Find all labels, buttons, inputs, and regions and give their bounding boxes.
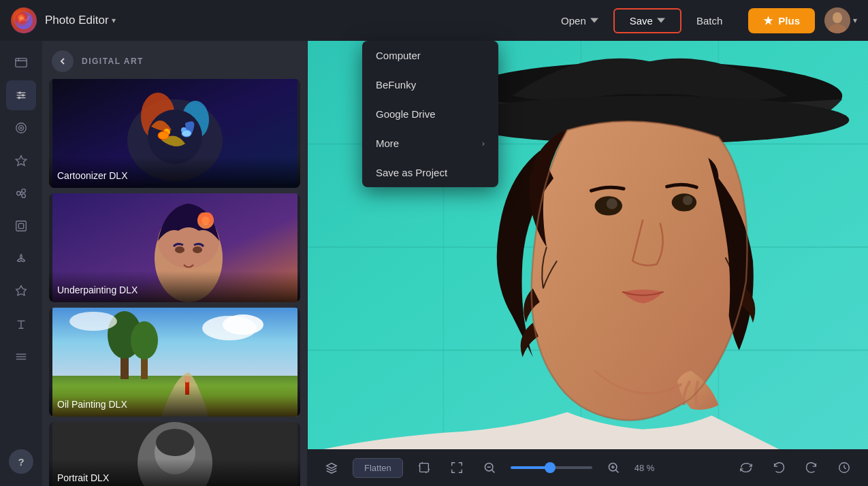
reset-zoom-button[interactable] bbox=[735, 456, 758, 479]
plus-upgrade-button[interactable]: ★ Plus bbox=[748, 8, 815, 33]
svg-marker-15 bbox=[16, 156, 26, 166]
sidebar-item-favorites[interactable] bbox=[6, 146, 36, 176]
effect-card-oil-painting[interactable]: Oil Painting DLX bbox=[49, 308, 300, 417]
effect-card-underpainting[interactable]: Underpainting DLX bbox=[49, 193, 300, 302]
svg-point-51 bbox=[131, 321, 158, 359]
effect-label-underpainting: Underpainting DLX bbox=[49, 271, 300, 302]
save-more-label: More bbox=[376, 137, 399, 149]
sidebar-item-adjustments[interactable] bbox=[6, 80, 36, 110]
effect-label-oil-painting: Oil Painting DLX bbox=[49, 385, 300, 417]
zoom-slider[interactable] bbox=[511, 466, 592, 469]
undo-button[interactable] bbox=[767, 456, 790, 479]
save-computer-label: Computer bbox=[376, 50, 421, 61]
history-button[interactable] bbox=[833, 456, 856, 479]
svg-rect-5 bbox=[16, 59, 27, 67]
svg-line-19 bbox=[20, 191, 22, 193]
svg-point-44 bbox=[175, 246, 184, 253]
svg-point-11 bbox=[18, 97, 20, 99]
svg-point-37 bbox=[158, 131, 169, 140]
icon-sidebar: ? bbox=[0, 41, 42, 486]
user-avatar[interactable] bbox=[824, 7, 850, 33]
avatar-chevron-icon[interactable]: ▾ bbox=[853, 16, 857, 25]
save-more-item[interactable]: More › bbox=[362, 129, 498, 158]
batch-label: Batch bbox=[696, 15, 722, 27]
svg-point-56 bbox=[69, 312, 117, 331]
save-as-project-item[interactable]: Save as Project bbox=[362, 158, 498, 187]
svg-point-53 bbox=[184, 376, 191, 383]
zoom-out-button[interactable] bbox=[478, 456, 501, 479]
save-more-chevron-icon: › bbox=[482, 138, 485, 148]
svg-rect-22 bbox=[18, 223, 23, 228]
plus-star-icon: ★ bbox=[763, 14, 773, 27]
svg-point-10 bbox=[22, 94, 25, 97]
plus-label: Plus bbox=[778, 15, 800, 27]
svg-rect-75 bbox=[419, 464, 428, 472]
save-computer-item[interactable]: Computer bbox=[362, 41, 498, 70]
fullscreen-button[interactable] bbox=[445, 456, 468, 479]
save-as-project-label: Save as Project bbox=[376, 167, 447, 178]
svg-point-60 bbox=[156, 429, 194, 456]
layers-button[interactable] bbox=[320, 456, 343, 479]
crop-button[interactable] bbox=[413, 456, 436, 479]
zoom-percent-label: 48 % bbox=[634, 463, 662, 473]
open-button[interactable]: Open bbox=[546, 10, 613, 32]
effects-header: DIGITAL ART bbox=[42, 41, 307, 79]
zoom-slider-container bbox=[511, 466, 592, 469]
svg-line-82 bbox=[615, 470, 618, 472]
svg-point-14 bbox=[20, 127, 22, 129]
effects-section-title: DIGITAL ART bbox=[82, 56, 144, 66]
sidebar-item-effects[interactable] bbox=[6, 113, 36, 143]
svg-marker-23 bbox=[16, 286, 27, 295]
top-navigation: Photo Editor ▾ Open Save Batch ★ Plus ▾ bbox=[0, 0, 868, 41]
svg-point-18 bbox=[22, 194, 25, 197]
help-icon[interactable]: ? bbox=[9, 449, 33, 474]
save-befunky-label: BeFunky bbox=[376, 79, 416, 91]
effect-label-cartoonizer: Cartoonizer DLX bbox=[49, 157, 300, 188]
svg-point-3 bbox=[833, 12, 842, 23]
sidebar-item-textures[interactable] bbox=[6, 342, 36, 372]
svg-point-17 bbox=[22, 189, 25, 193]
svg-rect-21 bbox=[16, 221, 27, 231]
svg-point-1 bbox=[15, 12, 33, 29]
sidebar-item-type[interactable] bbox=[6, 309, 36, 339]
save-label: Save bbox=[630, 15, 653, 27]
svg-line-78 bbox=[492, 470, 494, 472]
effect-card-portrait[interactable]: Portrait DLX bbox=[49, 422, 300, 486]
save-chevron-icon bbox=[657, 16, 665, 25]
app-title-chevron-icon[interactable]: ▾ bbox=[112, 16, 116, 25]
svg-line-20 bbox=[20, 193, 22, 195]
sidebar-item-text[interactable] bbox=[6, 276, 36, 306]
effect-label-portrait: Portrait DLX bbox=[49, 459, 300, 486]
back-button[interactable] bbox=[52, 50, 74, 72]
logo[interactable] bbox=[11, 7, 37, 33]
svg-point-74 bbox=[683, 195, 692, 205]
sidebar-item-frames[interactable] bbox=[6, 211, 36, 241]
svg-point-16 bbox=[17, 191, 20, 195]
zoom-in-button[interactable] bbox=[602, 456, 625, 479]
batch-button[interactable]: Batch bbox=[681, 10, 737, 32]
flatten-button[interactable]: Flatten bbox=[353, 458, 403, 478]
sidebar-item-transform[interactable] bbox=[6, 178, 36, 208]
save-dropdown-menu: Computer BeFunky Google Drive More › Sav… bbox=[362, 41, 498, 187]
open-chevron-icon bbox=[590, 16, 598, 25]
save-button[interactable]: Save bbox=[613, 8, 681, 33]
save-google-drive-item[interactable]: Google Drive bbox=[362, 99, 498, 129]
effects-panel: DIGITAL ART bbox=[42, 41, 308, 486]
sidebar-item-overlays[interactable] bbox=[6, 244, 36, 274]
svg-point-45 bbox=[193, 246, 202, 253]
save-google-drive-label: Google Drive bbox=[376, 108, 436, 120]
svg-point-9 bbox=[18, 92, 21, 95]
bottom-toolbar: Flatten bbox=[308, 449, 868, 486]
effect-card-cartoonizer[interactable]: Cartoonizer DLX bbox=[49, 79, 300, 188]
sidebar-item-media[interactable] bbox=[6, 48, 36, 78]
svg-point-73 bbox=[607, 198, 617, 209]
redo-button[interactable] bbox=[800, 456, 823, 479]
svg-point-38 bbox=[182, 130, 191, 137]
effects-list: Cartoonizer DLX bbox=[42, 79, 307, 486]
svg-point-55 bbox=[223, 314, 263, 335]
app-title[interactable]: Photo Editor bbox=[45, 14, 109, 27]
save-befunky-item[interactable]: BeFunky bbox=[362, 70, 498, 99]
help-button[interactable]: ? bbox=[6, 447, 36, 476]
open-label: Open bbox=[561, 15, 586, 27]
